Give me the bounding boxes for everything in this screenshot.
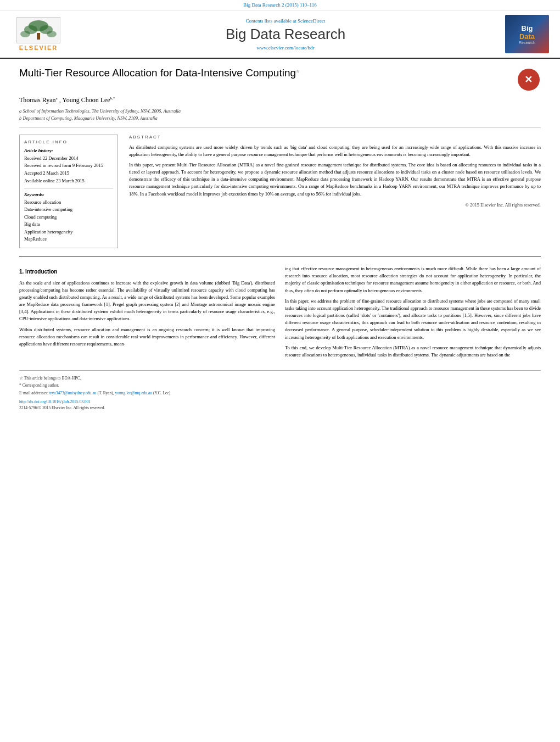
author2-sup: b,* bbox=[110, 96, 115, 101]
contents-prefix: Contents lists available at bbox=[246, 18, 296, 24]
left-column: ARTICLE INFO Article history: Received 2… bbox=[19, 135, 118, 249]
email2-name: (Y.C. Lee). bbox=[153, 390, 171, 395]
svg-rect-4 bbox=[37, 33, 40, 40]
body-col-left: 1. Introduction As the scale and size of… bbox=[19, 265, 275, 362]
body-columns: 1. Introduction As the scale and size of… bbox=[19, 265, 541, 362]
journal-title: Big Data Research bbox=[66, 26, 505, 43]
article-content: Multi-Tier Resource Allocation for Data-… bbox=[0, 59, 560, 419]
copyright-line: © 2015 Elsevier Inc. All rights reserved… bbox=[129, 202, 541, 208]
body-para5: To this end, we develop Multi-Tier Resou… bbox=[285, 344, 541, 359]
svg-point-5 bbox=[20, 31, 30, 37]
email1-name: (T. Ryan), bbox=[97, 390, 114, 395]
body-para1: As the scale and size of applications co… bbox=[19, 280, 275, 323]
logo-research: Research bbox=[519, 41, 535, 44]
article-info-box: ARTICLE INFO Article history: Received 2… bbox=[19, 135, 118, 249]
svg-point-6 bbox=[47, 31, 57, 37]
page-footer: ☆ This article belongs to BDA-HPC. * Cor… bbox=[19, 370, 541, 410]
crossmark-badge: ✕ bbox=[518, 69, 540, 91]
title-star: ☆ bbox=[296, 69, 299, 73]
email1-link[interactable]: trya3473@unisydney.edu.au bbox=[49, 390, 97, 395]
abstract-para2: In this paper, we present Multi-Tier Res… bbox=[129, 161, 541, 198]
abstract-section: ABSTRACT As distributed computing system… bbox=[129, 135, 541, 249]
accepted-date: Accepted 2 March 2015 bbox=[24, 170, 113, 177]
footer-email-line: E-mail addresses: trya3473@unisydney.edu… bbox=[19, 390, 541, 396]
authors-line: Thomas Ryana , Young Choon Leeb,* bbox=[19, 96, 541, 104]
doi-link[interactable]: http://dx.doi.org/10.1016/j.bdr.2015.03.… bbox=[19, 399, 541, 404]
keyword-4: Big data bbox=[24, 221, 113, 228]
journal-logo: Big Data Research bbox=[505, 15, 549, 53]
logo-big: Big bbox=[522, 24, 533, 32]
journal-url[interactable]: www.elsevier.com/locate/bdr bbox=[66, 45, 505, 51]
affil-a: a School of Information Technologies, Th… bbox=[19, 108, 541, 115]
elsevier-brand: ELSEVIER bbox=[19, 44, 58, 51]
body-para4: In this paper, we address the problem of… bbox=[285, 298, 541, 341]
footer-note1: ☆ This article belongs to BDA-HPC. bbox=[19, 375, 541, 381]
keyword-5: Application heterogeneity bbox=[24, 228, 113, 236]
contents-line: Contents lists available at ScienceDirec… bbox=[66, 18, 505, 24]
article-header: Multi-Tier Resource Allocation for Data-… bbox=[19, 67, 541, 128]
keywords-header: Keywords: bbox=[24, 192, 113, 197]
journal-header: ELSEVIER Contents lists available at Sci… bbox=[0, 10, 560, 59]
affiliations: a School of Information Technologies, Th… bbox=[19, 108, 541, 122]
abstract-header: ABSTRACT bbox=[129, 135, 541, 140]
doi-anchor[interactable]: http://dx.doi.org/10.1016/j.bdr.2015.03.… bbox=[19, 399, 91, 404]
section-divider bbox=[19, 256, 541, 257]
abstract-para1: As distributed computing systems are use… bbox=[129, 144, 541, 158]
received-date: Received 22 December 2014 bbox=[24, 155, 113, 162]
page: Big Data Research 2 (2015) 110–116 ELSEV… bbox=[0, 0, 560, 742]
elsevier-tree-image bbox=[16, 17, 60, 43]
author1-sup: a bbox=[56, 96, 58, 101]
article-title-text: Multi-Tier Resource Allocation for Data-… bbox=[19, 67, 511, 79]
body-para3: ing that effective resource management i… bbox=[285, 265, 541, 294]
available-date: Available online 23 March 2015 bbox=[24, 177, 113, 185]
title-main: Multi-Tier Resource Allocation for Data-… bbox=[19, 67, 296, 79]
article-info-header: ARTICLE INFO bbox=[24, 140, 113, 144]
keyword-3: Cloud computing bbox=[24, 214, 113, 221]
email2-link[interactable]: young.lee@mq.edu.au bbox=[115, 390, 153, 395]
email-label: E-mail addresses: bbox=[19, 390, 48, 395]
issn-line: 2214-5796/© 2015 Elsevier Inc. All right… bbox=[19, 405, 541, 410]
journal-center: Contents lists available at ScienceDirec… bbox=[66, 18, 505, 51]
section1-title: 1. Introduction bbox=[19, 267, 275, 276]
revised-date: Received in revised form 9 February 2015 bbox=[24, 162, 113, 169]
author1-name: Thomas Ryan bbox=[19, 96, 56, 104]
article-title-block: Multi-Tier Resource Allocation for Data-… bbox=[19, 67, 541, 92]
top-bar: Big Data Research 2 (2015) 110–116 bbox=[0, 0, 560, 10]
footer-note2: * Corresponding author. bbox=[19, 382, 541, 388]
crossmark-container: ✕ bbox=[516, 67, 541, 92]
affil-b: b Department of Computing, Macquarie Uni… bbox=[19, 115, 541, 122]
history-header: Article history: bbox=[24, 148, 113, 153]
journal-ref: Big Data Research 2 (2015) 110–116 bbox=[243, 2, 317, 8]
info-divider bbox=[24, 188, 113, 188]
keyword-6: MapReduce bbox=[24, 236, 113, 243]
keyword-2: Data-intensive computing bbox=[24, 206, 113, 214]
logo-data: Data bbox=[519, 32, 535, 41]
article-info-abstract-layout: ARTICLE INFO Article history: Received 2… bbox=[19, 135, 541, 249]
science-direct-link[interactable]: ScienceDirect bbox=[298, 18, 325, 24]
elsevier-logo: ELSEVIER bbox=[11, 15, 66, 53]
keyword-1: Resource allocation bbox=[24, 199, 113, 207]
elsevier-tree-svg bbox=[17, 18, 60, 43]
body-para2: Within distributed systems, resource all… bbox=[19, 326, 275, 348]
body-col-right: ing that effective resource management i… bbox=[285, 265, 541, 362]
author2-name: Young Choon Lee bbox=[62, 96, 110, 104]
abstract-body: As distributed computing systems are use… bbox=[129, 144, 541, 198]
